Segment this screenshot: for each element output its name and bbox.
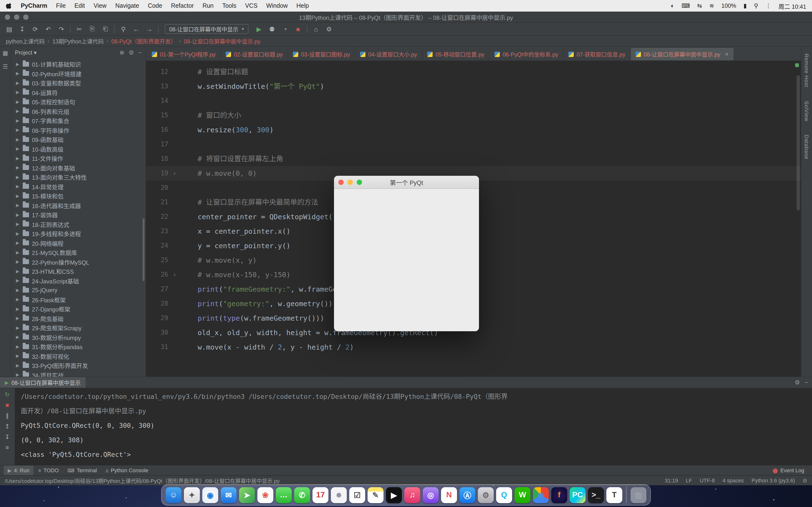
dock-icon-pycharm[interactable]: PC [570, 487, 586, 503]
menubar-item-tools[interactable]: Tools [222, 2, 236, 9]
expand-arrow-icon[interactable]: ▶ [16, 326, 22, 330]
tree-item[interactable]: ▶13-面向对象三大特性 [11, 172, 146, 182]
tree-item[interactable]: ▶12-面向对象基础 [11, 163, 146, 172]
inspection-status-icon[interactable] [795, 63, 799, 67]
tree-item[interactable]: ▶28-爬虫基础 [11, 314, 146, 323]
menubar-clock[interactable]: 周二 10:41 [778, 2, 806, 10]
dock-icon-finder[interactable]: ☺ [165, 487, 182, 503]
wifi-icon[interactable]: ≋ [709, 2, 714, 9]
editor-scrollbar[interactable] [797, 75, 800, 211]
expand-arrow-icon[interactable]: ▶ [16, 147, 22, 151]
tree-item[interactable]: ▶24-JavaScript基础 [11, 276, 146, 285]
breadcrumb-item[interactable]: 08-让窗口在屏幕中居中显示.py [184, 37, 260, 45]
tool-window-button[interactable]: ≡TODO [34, 465, 63, 475]
run-tab[interactable]: ▶ 08-让窗口在屏幕中居中显示 [0, 377, 86, 388]
tree-item[interactable]: ▶07-字典和集合 [11, 116, 146, 125]
redo-icon[interactable]: ↷ [57, 25, 66, 33]
run-button[interactable]: ▶ [254, 25, 263, 33]
close-tab-icon[interactable]: ✕ [725, 51, 729, 57]
left-stripe-icon-0[interactable]: ▦ [3, 50, 8, 56]
pyqt-app-window[interactable]: 第一个 PyQt [334, 176, 479, 331]
run-console-output[interactable]: /Users/codetutor.top/python_virtual_env/… [15, 388, 812, 465]
expand-arrow-icon[interactable]: ▶ [16, 241, 22, 245]
run-header-icon-1[interactable]: − [805, 379, 808, 386]
dock-icon-photos[interactable]: ❀ [257, 487, 273, 503]
tree-item[interactable]: ▶03-变量和数据类型 [11, 78, 146, 88]
editor-tab[interactable]: 02-设置窗口标题.py [221, 48, 288, 60]
paste-icon[interactable]: ⎗ [101, 25, 110, 33]
keyboard-icon[interactable]: ⌨ [681, 2, 690, 9]
menubar-item-code[interactable]: Code [148, 2, 162, 9]
save-all-icon[interactable]: ↧ [18, 25, 27, 33]
expand-arrow-icon[interactable]: ▶ [16, 100, 22, 104]
expand-arrow-icon[interactable]: ▶ [16, 184, 22, 189]
expand-arrow-icon[interactable]: ▶ [16, 269, 22, 274]
tree-item[interactable]: ▶14-异常处理 [11, 182, 146, 191]
fold-marker-icon[interactable]: › [168, 268, 181, 282]
tree-item[interactable]: ▶19-多线程和多进程 [11, 229, 146, 238]
bluetooth-icon[interactable]: ⇆ [697, 2, 702, 9]
tree-item[interactable]: ▶27-Django框架 [11, 304, 146, 314]
battery-icon[interactable]: ▮ [743, 2, 747, 9]
tree-item[interactable]: ▶23-HTML和CSS [11, 267, 146, 276]
editor-tab[interactable]: 07-获取窗口信息.py [564, 48, 631, 60]
expand-arrow-icon[interactable]: ▶ [16, 250, 22, 255]
tree-item[interactable]: ▶20-网络编程 [11, 238, 146, 248]
expand-arrow-icon[interactable]: ▶ [16, 354, 22, 358]
expand-arrow-icon[interactable]: ▶ [16, 156, 22, 161]
dock-icon-chrome[interactable]: ◉ [533, 487, 549, 503]
project-header-icon-2[interactable]: − [138, 49, 142, 56]
editor-tab[interactable]: 04-设置窗口大小.py [355, 48, 422, 60]
up-stack-icon[interactable]: ↥ [5, 423, 10, 430]
dock-icon-app-store[interactable]: Ⓐ [459, 487, 475, 503]
tree-item[interactable]: ▶26-Flask框架 [11, 295, 146, 304]
stop-button[interactable]: ■ [294, 25, 302, 33]
menubar-item-help[interactable]: Help [297, 2, 309, 9]
dock-icon-typora[interactable]: T [606, 487, 622, 503]
control-center-icon[interactable]: ⋮ [765, 2, 771, 9]
sync-icon[interactable]: ⟳ [31, 25, 40, 33]
tree-item[interactable]: ▶21-MySQL数据库 [11, 248, 146, 257]
menubar-item-file[interactable]: File [56, 2, 66, 9]
status-widget[interactable]: 31:19 [665, 477, 678, 484]
display-icon[interactable]: ◐ [671, 2, 674, 9]
dock-icon-firefox[interactable]: f [551, 487, 567, 503]
search-everywhere-icon[interactable]: ⌂ [311, 25, 320, 33]
dock-icon-maps[interactable]: ➤ [239, 487, 255, 503]
expand-arrow-icon[interactable]: ▶ [16, 363, 22, 368]
editor-tab[interactable]: 01-第一个PyQt程序.py [147, 48, 221, 60]
tree-item[interactable]: ▶09-函数基础 [11, 135, 146, 144]
tree-item[interactable]: ▶31-数据分析pandas [11, 342, 146, 351]
expand-arrow-icon[interactable]: ▶ [16, 260, 22, 264]
tool-window-button[interactable]: ⌨Terminal [63, 465, 101, 475]
rerun-icon[interactable]: ↻ [5, 391, 10, 398]
breadcrumb-item[interactable]: 08-PyQt（图形界面开发） [111, 37, 176, 45]
status-widget[interactable]: 4 spaces [723, 477, 744, 484]
tree-item[interactable]: ▶08-字符串操作 [11, 125, 146, 135]
menubar-item-navigate[interactable]: Navigate [115, 2, 139, 9]
status-widget[interactable]: LF [686, 477, 692, 484]
expand-arrow-icon[interactable]: ▶ [16, 109, 22, 114]
expand-arrow-icon[interactable]: ▶ [16, 335, 22, 340]
dock-icon-messages[interactable]: … [276, 487, 292, 503]
tool-window-button[interactable]: ≥Python Console [102, 465, 152, 475]
menubar-app-name[interactable]: PyCharm [21, 2, 47, 9]
expand-arrow-icon[interactable]: ▶ [16, 278, 22, 283]
dock-icon-mail[interactable]: ✉ [221, 487, 237, 503]
copy-icon[interactable]: ⎘ [88, 25, 97, 33]
spotlight-icon[interactable]: ⚲ [754, 2, 758, 9]
expand-arrow-icon[interactable]: ▶ [16, 306, 22, 312]
status-widget[interactable]: Python 3.6 (py3.6) [752, 477, 795, 484]
menubar-item-window[interactable]: Window [266, 2, 288, 9]
project-header-icon-1[interactable]: ⚙ [129, 49, 134, 56]
expand-arrow-icon[interactable]: ▶ [16, 203, 22, 208]
minimize-button[interactable] [14, 14, 19, 19]
dock-icon-facetime[interactable]: ✆ [294, 487, 310, 503]
tree-item[interactable]: ▶33-PyQt图形界面开发 [11, 361, 146, 370]
tree-item[interactable]: ▶22-Python操作MySQL [11, 257, 146, 267]
undo-icon[interactable]: ↶ [44, 25, 53, 33]
dock-icon-trash[interactable]: ▥ [630, 487, 647, 503]
menubar-item-edit[interactable]: Edit [74, 2, 85, 9]
expand-arrow-icon[interactable]: ▶ [16, 193, 22, 199]
expand-arrow-icon[interactable]: ▶ [16, 175, 22, 180]
